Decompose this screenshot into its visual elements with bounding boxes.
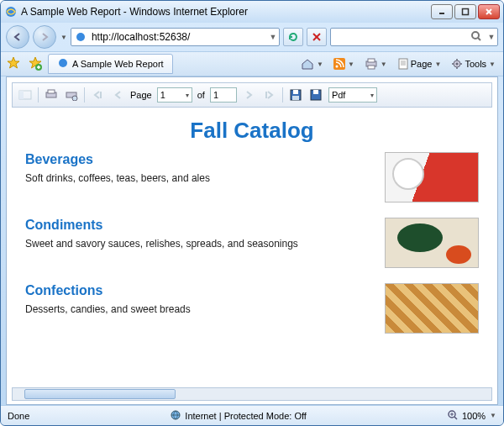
chevron-down-icon: ▾ xyxy=(186,92,189,99)
security-zone: Internet | Protected Mode: Off xyxy=(38,409,438,423)
page-menu-label: Page xyxy=(411,59,433,69)
window-buttons xyxy=(431,4,500,19)
svg-rect-36 xyxy=(293,90,298,94)
category-image xyxy=(385,218,479,268)
favorites-icon[interactable] xyxy=(4,55,23,73)
tab-label: A Sample Web Report xyxy=(72,59,164,69)
stop-button[interactable] xyxy=(307,28,327,46)
page-menu-button[interactable]: Page▼ xyxy=(393,55,446,73)
ie-logo-icon xyxy=(4,5,18,18)
ie-window: A Sample Web Report - Windows Internet E… xyxy=(0,0,504,426)
print-report-button[interactable] xyxy=(44,87,59,103)
chevron-down-icon: ▼ xyxy=(317,60,323,68)
close-button[interactable] xyxy=(478,4,500,19)
page-number-input[interactable]: 1▾ xyxy=(157,87,192,103)
zoom-icon xyxy=(447,409,459,423)
browser-tab[interactable]: A Sample Web Report xyxy=(48,54,173,74)
of-label: of xyxy=(197,90,205,100)
category-name: Condiments xyxy=(25,218,371,233)
export-button[interactable] xyxy=(308,87,323,103)
forward-button[interactable] xyxy=(33,25,56,49)
chevron-down-icon: ▼ xyxy=(348,60,354,68)
separator xyxy=(84,87,85,103)
first-page-button[interactable] xyxy=(90,87,105,103)
category-text: Condiments Sweet and savory sauces, reli… xyxy=(25,218,371,268)
separator xyxy=(38,87,39,103)
prev-page-button[interactable] xyxy=(110,87,125,103)
chevron-down-icon: ▼ xyxy=(489,60,496,68)
category-text: Beverages Soft drinks, coffees, teas, be… xyxy=(25,152,371,202)
zoom-value: 100% xyxy=(462,411,486,421)
svg-rect-17 xyxy=(368,59,375,62)
refresh-button[interactable] xyxy=(283,28,303,46)
svg-rect-39 xyxy=(313,90,318,94)
category-row: Condiments Sweet and savory sauces, reli… xyxy=(25,218,479,268)
address-dropdown-icon[interactable]: ▼ xyxy=(267,33,279,41)
category-row: Beverages Soft drinks, coffees, teas, be… xyxy=(25,152,479,202)
category-row: Confections Desserts, candies, and sweet… xyxy=(25,283,479,334)
zoom-control[interactable]: 100% ▼ xyxy=(447,409,496,423)
url-input[interactable] xyxy=(90,29,267,45)
category-desc: Desserts, candies, and sweet breads xyxy=(25,303,371,315)
svg-point-13 xyxy=(59,59,67,67)
minimize-button[interactable] xyxy=(431,4,453,19)
export-format-value: Pdf xyxy=(332,90,346,100)
window-title: A Sample Web Report - Windows Internet E… xyxy=(21,6,431,18)
horizontal-scrollbar[interactable] xyxy=(12,387,492,401)
page-current: 1 xyxy=(160,90,165,100)
status-bar: Done Internet | Protected Mode: Off 100%… xyxy=(1,405,503,425)
export-format-select[interactable]: Pdf▾ xyxy=(328,87,377,103)
tools-menu-label: Tools xyxy=(465,59,486,69)
zone-text: Internet | Protected Mode: Off xyxy=(185,411,307,421)
content-frame: Page 1▾ of 1 Pdf▾ Fall Catalog Beverages… xyxy=(6,76,498,405)
last-page-button[interactable] xyxy=(262,87,277,103)
tab-page-icon xyxy=(57,57,69,71)
feeds-button[interactable]: ▼ xyxy=(329,55,359,73)
svg-rect-32 xyxy=(48,90,55,93)
report-body[interactable]: Fall Catalog Beverages Soft drinks, coff… xyxy=(7,108,497,387)
chevron-down-icon: ▾ xyxy=(370,92,374,99)
nav-history-dropdown-icon[interactable]: ▼ xyxy=(60,34,67,41)
svg-rect-19 xyxy=(399,59,407,69)
svg-line-42 xyxy=(454,417,457,419)
toggle-toc-button[interactable] xyxy=(18,87,33,103)
search-icon[interactable] xyxy=(467,30,486,44)
page-total-display: 1 xyxy=(210,87,237,103)
address-bar[interactable]: ▼ xyxy=(71,28,280,46)
home-button[interactable]: ▼ xyxy=(297,55,328,73)
maximize-button[interactable] xyxy=(454,4,476,19)
svg-rect-2 xyxy=(463,9,469,15)
svg-point-24 xyxy=(456,63,459,66)
svg-point-8 xyxy=(472,32,479,39)
category-name: Beverages xyxy=(25,152,371,167)
save-button[interactable] xyxy=(288,87,303,103)
status-text: Done xyxy=(8,411,29,421)
print-settings-button[interactable] xyxy=(64,87,79,103)
category-image xyxy=(385,152,479,202)
separator xyxy=(282,87,283,103)
navigation-bar: ▼ ▼ ▼ xyxy=(1,23,503,51)
category-text: Confections Desserts, candies, and sweet… xyxy=(25,283,371,334)
search-input[interactable] xyxy=(331,31,467,43)
next-page-button[interactable] xyxy=(242,87,257,103)
chevron-down-icon: ▼ xyxy=(381,60,387,68)
category-image xyxy=(385,283,479,334)
back-button[interactable] xyxy=(6,25,29,49)
svg-rect-18 xyxy=(368,66,375,69)
svg-point-34 xyxy=(72,96,77,101)
scrollbar-thumb[interactable] xyxy=(24,389,176,399)
tools-menu-button[interactable]: Tools▼ xyxy=(447,55,500,73)
search-dropdown-icon[interactable]: ▼ xyxy=(486,33,497,41)
svg-line-9 xyxy=(478,38,480,40)
search-box[interactable]: ▼ xyxy=(330,28,498,46)
add-favorites-icon[interactable] xyxy=(26,55,45,73)
print-button[interactable]: ▼ xyxy=(360,55,391,73)
category-desc: Sweet and savory sauces, relishes, sprea… xyxy=(25,238,371,250)
category-desc: Soft drinks, coffees, teas, beers, and a… xyxy=(25,172,371,184)
chevron-down-icon: ▼ xyxy=(434,60,441,68)
category-name: Confections xyxy=(25,283,371,298)
chevron-down-icon[interactable]: ▼ xyxy=(490,412,496,419)
internet-zone-icon xyxy=(170,409,181,423)
page-total: 1 xyxy=(213,90,218,100)
report-title: Fall Catalog xyxy=(25,118,479,144)
